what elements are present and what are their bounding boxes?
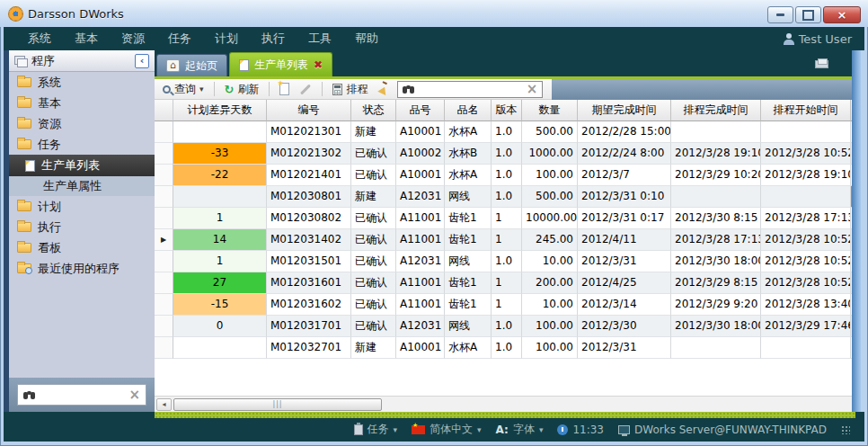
cell-version[interactable]: 1 (492, 294, 522, 316)
cell-sched-start[interactable]: 2012/3/28 19:10 (761, 165, 851, 186)
cell-part-name[interactable]: 水杯A (445, 165, 492, 186)
cell-sched-start[interactable] (761, 121, 851, 143)
cell-status[interactable]: 已确认 (351, 316, 396, 337)
minimize-button[interactable] (767, 6, 793, 23)
cell-sched-start[interactable]: 2012/3/28 10:52 (761, 143, 851, 165)
cell-extra[interactable] (851, 229, 852, 251)
cell-part-name[interactable]: 水杯A (445, 121, 492, 143)
cell-due-time[interactable]: 2012/3/31 (578, 337, 671, 359)
row-selector[interactable] (155, 165, 173, 186)
cell-status[interactable]: 已确认 (351, 251, 396, 272)
cell-due-time[interactable]: 2012/3/31 (578, 251, 671, 272)
cell-qty[interactable]: 200.00 (522, 272, 578, 294)
status-font-menu[interactable]: A: 字体 ▾ (496, 422, 544, 437)
table-row[interactable]: ▶14M012031402已确认A11001齿轮11245.002012/4/1… (155, 229, 852, 251)
cell-version[interactable]: 1 (492, 272, 522, 294)
cell-due-time[interactable]: 2012/2/28 15:00 (578, 121, 671, 143)
user-box[interactable]: Test User (784, 32, 864, 46)
cell-due-time[interactable]: 2012/3/7 (578, 165, 671, 186)
cell-diff[interactable] (173, 186, 267, 208)
cell-order-no[interactable]: M012031701 (267, 316, 351, 337)
cell-due-time[interactable]: 2012/4/25 (578, 272, 671, 294)
horizontal-scrollbar[interactable]: ◂ ||| (155, 396, 852, 412)
cell-order-no[interactable]: M012031602 (267, 294, 351, 316)
cell-order-no[interactable]: M012030802 (267, 208, 351, 229)
row-selector[interactable] (155, 208, 173, 229)
menu-item-2[interactable]: 资源 (110, 27, 156, 50)
cell-part-no[interactable]: A10001 (396, 337, 445, 359)
cell-due-time[interactable]: 2012/3/31 0:10 (578, 186, 671, 208)
cell-version[interactable]: 1.0 (492, 316, 522, 337)
cell-status[interactable]: 新建 (351, 121, 396, 143)
sidebar-collapse-button[interactable]: ‹ (135, 54, 149, 68)
sidebar-item-6[interactable]: 计划 (9, 196, 155, 217)
column-header-due-time[interactable]: 期望完成时间 (578, 100, 671, 121)
cell-part-name[interactable]: 网线 (445, 316, 492, 337)
table-row[interactable]: 1M012030802已确认A11001齿轮1110000.002012/3/3… (155, 208, 852, 229)
cell-extra[interactable] (851, 208, 852, 229)
cell-part-name[interactable]: 齿轮1 (445, 294, 492, 316)
cell-part-no[interactable]: A11001 (396, 208, 445, 229)
cell-status[interactable]: 已确认 (351, 272, 396, 294)
cell-sched-end[interactable]: 2012/3/30 18:00 (671, 316, 761, 337)
sidebar-item-9[interactable]: 最近使用的程序 (9, 258, 155, 279)
cell-part-no[interactable]: A12031 (396, 186, 445, 208)
cell-part-no[interactable]: A11001 (396, 229, 445, 251)
column-header-sched-end[interactable]: 排程完成时间 (671, 100, 761, 121)
cell-qty[interactable]: 500.00 (522, 186, 578, 208)
cell-qty[interactable]: 100.00 (522, 165, 578, 186)
row-selector[interactable] (155, 121, 173, 143)
new-button[interactable] (277, 82, 292, 96)
sidebar-item-3[interactable]: 任务 (9, 134, 155, 155)
scrollbar-thumb[interactable]: ||| (173, 398, 382, 411)
cell-version[interactable]: 1.0 (492, 143, 522, 165)
cell-sched-end[interactable] (671, 186, 761, 208)
cell-extra[interactable] (851, 294, 852, 316)
column-header-status[interactable]: 状态 (351, 100, 396, 121)
cell-sched-start[interactable]: 2012/3/28 10:52 (761, 251, 851, 272)
row-selector[interactable] (155, 251, 173, 272)
cell-extra[interactable] (851, 165, 852, 186)
cell-part-no[interactable]: A10001 (396, 121, 445, 143)
sidebar-item-2[interactable]: 资源 (9, 113, 155, 134)
cell-sched-end[interactable] (671, 121, 761, 143)
cell-sched-end[interactable]: 2012/3/28 19:10 (671, 143, 761, 165)
cell-status[interactable]: 已确认 (351, 229, 396, 251)
column-header-extra[interactable]: 前 (851, 100, 852, 121)
cell-sched-start[interactable]: 2012/3/29 17:46 (761, 316, 851, 337)
cell-status[interactable]: 已确认 (351, 294, 396, 316)
cell-sched-start[interactable]: 2012/3/28 10:52 (761, 272, 851, 294)
cell-diff[interactable] (173, 121, 267, 143)
cell-part-no[interactable]: A11001 (396, 272, 445, 294)
menu-item-1[interactable]: 基本 (63, 27, 110, 50)
cell-order-no[interactable]: M012021301 (267, 121, 351, 143)
resize-grip[interactable] (841, 425, 850, 434)
cell-sched-end[interactable]: 2012/3/30 18:00 (671, 251, 761, 272)
cell-sched-end[interactable]: 2012/3/29 8:15 (671, 272, 761, 294)
cell-status[interactable]: 已确认 (351, 143, 396, 165)
tab-production-orders[interactable]: 生产单列表 ✖ (229, 52, 332, 76)
cell-qty[interactable]: 10000.00 (522, 208, 578, 229)
cell-sched-start[interactable] (761, 186, 851, 208)
cell-sched-start[interactable]: 2012/3/28 10:52 (761, 229, 851, 251)
table-row[interactable]: 27M012031601已确认A11001齿轮11200.002012/4/25… (155, 272, 852, 294)
column-header-part-no[interactable]: 品号 (396, 100, 445, 121)
column-header-order-no[interactable]: 编号 (267, 100, 351, 121)
cell-part-no[interactable]: A11001 (396, 294, 445, 316)
column-header-part-name[interactable]: 品名 (445, 100, 492, 121)
sidebar-item-4[interactable]: 生产单列表 (9, 155, 155, 176)
cell-part-name[interactable]: 齿轮1 (445, 208, 492, 229)
table-row[interactable]: M012021301新建A10001水杯A1.0500.002012/2/28 … (155, 121, 852, 143)
cell-version[interactable]: 1 (492, 229, 522, 251)
cell-sched-start[interactable]: 2012/3/28 17:13 (761, 208, 851, 229)
cell-qty[interactable]: 1000.00 (522, 143, 578, 165)
vertical-scrollbar[interactable] (852, 50, 861, 412)
cell-diff[interactable]: -15 (173, 294, 267, 316)
cell-version[interactable]: 1.0 (492, 251, 522, 272)
row-selector[interactable]: ▶ (155, 229, 173, 251)
cell-due-time[interactable]: 2012/3/31 0:17 (578, 208, 671, 229)
cell-part-name[interactable]: 网线 (445, 251, 492, 272)
cell-part-name[interactable]: 水杯A (445, 337, 492, 359)
close-button[interactable]: × (823, 6, 861, 23)
cell-extra[interactable] (851, 337, 852, 359)
